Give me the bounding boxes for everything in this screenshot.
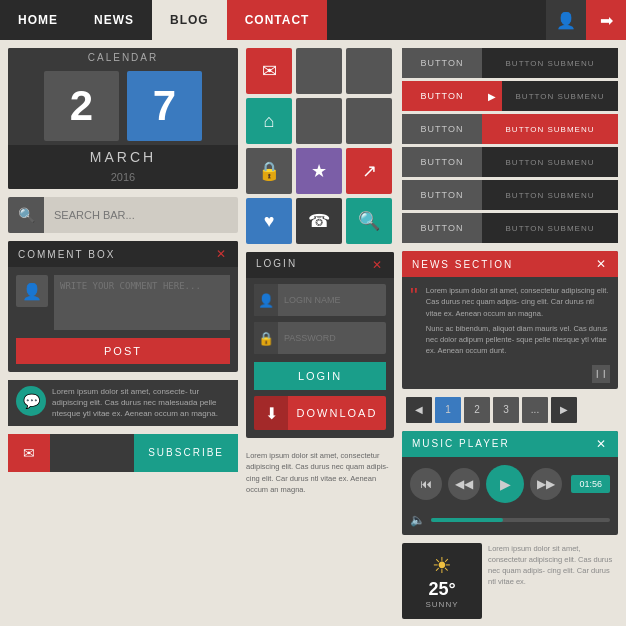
user-icon-button[interactable]: 👤 bbox=[546, 0, 586, 40]
chat-bubble-icon: 💬 bbox=[16, 386, 46, 416]
button-5-main[interactable]: BUTTON bbox=[402, 180, 482, 210]
news-text-1: Lorem ipsum dolor sit amet, consectetur … bbox=[426, 285, 610, 319]
login-password-field[interactable]: 🔒 bbox=[254, 322, 386, 354]
btn-row-1: BUTTON BUTTON SUBMENU bbox=[402, 48, 618, 78]
music-time: 01:56 bbox=[571, 475, 610, 493]
btn-row-2: BUTTON ▶ BUTTON SUBMENU bbox=[402, 81, 618, 111]
search-icon: 🔍 bbox=[8, 197, 44, 233]
sun-icon: ☀ bbox=[432, 553, 452, 579]
news-text-2: Nunc ac bibendum, aliquot diam mauris ve… bbox=[426, 323, 610, 357]
comment-box-close[interactable]: ✕ bbox=[216, 247, 228, 261]
nav-blog[interactable]: BLOG bbox=[152, 0, 227, 40]
news-close[interactable]: ✕ bbox=[596, 257, 608, 271]
news-text-content: Lorem ipsum dolor sit amet, consectetur … bbox=[426, 285, 610, 357]
login-close[interactable]: ✕ bbox=[372, 258, 384, 272]
left-column: CALENDAR 2 7 MARCH 2016 🔍 COMMENT BOX ✕ … bbox=[8, 48, 238, 619]
page-3-button[interactable]: 3 bbox=[493, 397, 519, 423]
placeholder4[interactable] bbox=[346, 98, 392, 144]
subscribe-button[interactable]: SUBSCRIBE bbox=[134, 434, 238, 472]
phone-icon-button[interactable]: ☎ bbox=[296, 198, 342, 244]
login-name-field[interactable]: 👤 bbox=[254, 284, 386, 316]
prev-button[interactable]: ◀◀ bbox=[448, 468, 480, 500]
page-1-button[interactable]: 1 bbox=[435, 397, 461, 423]
news-header: NEWS SECTION ✕ bbox=[402, 251, 618, 277]
button-2-arrow[interactable]: ▶ bbox=[482, 81, 502, 111]
weather-widget: ☀ 25° SUNNY Lorem ipsum dolor sit amet, … bbox=[402, 543, 618, 619]
calendar-title: CALENDAR bbox=[8, 48, 238, 67]
music-close[interactable]: ✕ bbox=[596, 437, 608, 451]
pause-button-1[interactable]: ❙❙ bbox=[592, 365, 610, 383]
login-title: LOGIN bbox=[256, 258, 297, 272]
button-3-sub[interactable]: BUTTON SUBMENU bbox=[482, 114, 618, 144]
calendar-date-2: 7 bbox=[127, 71, 202, 141]
music-progress-bar: 🔈 bbox=[402, 511, 618, 535]
middle-column: ✉ ⌂ 🔒 ★ ↗ ♥ ☎ 🔍 LOGIN bbox=[246, 48, 394, 619]
comment-text-row: 💬 Lorem ipsum dolor sit amet, consecte- … bbox=[8, 380, 238, 426]
placeholder1[interactable] bbox=[296, 48, 342, 94]
right-column: BUTTON BUTTON SUBMENU BUTTON ▶ BUTTON SU… bbox=[402, 48, 618, 619]
button-6-main[interactable]: BUTTON bbox=[402, 213, 482, 243]
button-6-sub[interactable]: BUTTON SUBMENU bbox=[482, 213, 618, 243]
login-name-input[interactable] bbox=[278, 295, 386, 305]
mail-icon-button[interactable]: ✉ bbox=[246, 48, 292, 94]
icon-grid: ✉ ⌂ 🔒 ★ ↗ ♥ ☎ 🔍 bbox=[246, 48, 394, 244]
search-input[interactable] bbox=[44, 209, 238, 221]
next-page-button[interactable]: ▶ bbox=[551, 397, 577, 423]
placeholder2[interactable] bbox=[346, 48, 392, 94]
home-icon-button[interactable]: ⌂ bbox=[246, 98, 292, 144]
comment-box-widget: COMMENT BOX ✕ 👤 POST bbox=[8, 241, 238, 372]
progress-bar[interactable] bbox=[431, 518, 610, 522]
placeholder3[interactable] bbox=[296, 98, 342, 144]
search-icon-button[interactable]: 🔍 bbox=[346, 198, 392, 244]
calendar-widget: CALENDAR 2 7 MARCH 2016 bbox=[8, 48, 238, 189]
icon-row-2: ⌂ bbox=[246, 98, 394, 144]
lock-field-icon: 🔒 bbox=[254, 322, 278, 354]
button-2-sub[interactable]: BUTTON SUBMENU bbox=[502, 81, 618, 111]
user-field-icon: 👤 bbox=[254, 284, 278, 316]
btn-row-6: BUTTON BUTTON SUBMENU bbox=[402, 213, 618, 243]
nav-news[interactable]: NEWS bbox=[76, 0, 152, 40]
nav-home[interactable]: HOME bbox=[0, 0, 76, 40]
icon-row-4: ♥ ☎ 🔍 bbox=[246, 198, 394, 244]
rewind-button[interactable]: ⏮ bbox=[410, 468, 442, 500]
login-button[interactable]: LOGIN bbox=[254, 362, 386, 390]
calendar-dates: 2 7 bbox=[8, 67, 238, 145]
button-4-sub[interactable]: BUTTON SUBMENU bbox=[482, 147, 618, 177]
post-button[interactable]: POST bbox=[16, 338, 230, 364]
login-password-input[interactable] bbox=[278, 333, 386, 343]
button-4-main[interactable]: BUTTON bbox=[402, 147, 482, 177]
button-5-sub[interactable]: BUTTON SUBMENU bbox=[482, 180, 618, 210]
temperature: 25° bbox=[428, 579, 455, 600]
button-1-main[interactable]: BUTTON bbox=[402, 48, 482, 78]
download-icon: ⬇ bbox=[254, 396, 288, 430]
page-dots-button[interactable]: ... bbox=[522, 397, 548, 423]
news-title: NEWS SECTION bbox=[412, 259, 513, 270]
arrow-icon-button[interactable]: ➡ bbox=[586, 0, 626, 40]
button-1-sub[interactable]: BUTTON SUBMENU bbox=[482, 48, 618, 78]
volume-icon: 🔈 bbox=[410, 513, 425, 527]
quote-icon: " bbox=[410, 285, 418, 357]
nav-contact[interactable]: CONTACT bbox=[227, 0, 328, 40]
calendar-year: 2016 bbox=[8, 169, 238, 189]
calendar-month: MARCH bbox=[8, 145, 238, 169]
weather-main: ☀ 25° SUNNY bbox=[402, 543, 482, 619]
play-button[interactable]: ▶ bbox=[486, 465, 524, 503]
btn-row-3: BUTTON BUTTON SUBMENU bbox=[402, 114, 618, 144]
button-3-main[interactable]: BUTTON bbox=[402, 114, 482, 144]
comment-textarea[interactable] bbox=[54, 275, 230, 330]
lock-icon-button[interactable]: 🔒 bbox=[246, 148, 292, 194]
download-button[interactable]: ⬇ DOWNLOAD bbox=[254, 396, 386, 430]
star-icon-button[interactable]: ★ bbox=[296, 148, 342, 194]
button-menu: BUTTON BUTTON SUBMENU BUTTON ▶ BUTTON SU… bbox=[402, 48, 618, 243]
heart-icon-button[interactable]: ♥ bbox=[246, 198, 292, 244]
next-button[interactable]: ▶▶ bbox=[530, 468, 562, 500]
prev-page-button[interactable]: ◀ bbox=[406, 397, 432, 423]
weather-description: Lorem ipsum dolor sit amet, consectetur … bbox=[488, 543, 618, 619]
button-2-main[interactable]: BUTTON bbox=[402, 81, 482, 111]
comment-box-title: COMMENT BOX bbox=[18, 249, 115, 260]
top-navigation: HOME NEWS BLOG CONTACT 👤 ➡ bbox=[0, 0, 626, 40]
icon-row-1: ✉ bbox=[246, 48, 394, 94]
page-2-button[interactable]: 2 bbox=[464, 397, 490, 423]
lorem-text-middle: Lorem ipsum dolor sit amet, consectetur … bbox=[246, 446, 394, 499]
share-icon-button[interactable]: ↗ bbox=[346, 148, 392, 194]
